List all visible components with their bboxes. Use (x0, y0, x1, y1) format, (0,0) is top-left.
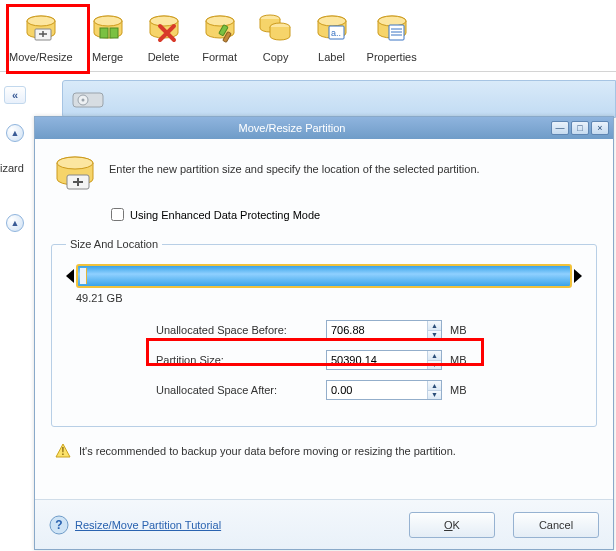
size-location-group: Size And Location 49.21 GB Unallocated S… (51, 238, 597, 427)
unalloc-after-label: Unallocated Space After: (156, 384, 326, 396)
db-copy-icon (255, 7, 297, 49)
toolbar-label: Label (318, 51, 345, 63)
collapse-sidebar-button[interactable]: « (4, 86, 26, 104)
toolbar-move-resize[interactable]: Move/Resize (2, 4, 80, 69)
svg-point-4 (94, 16, 122, 26)
partition-size-spinner: ▲ ▼ (326, 350, 442, 370)
sidebar-up-button[interactable]: ▲ (6, 124, 24, 142)
toolbar-merge[interactable]: Merge (80, 4, 136, 69)
svg-text:a..: a.. (331, 28, 341, 38)
enhanced-mode-label: Using Enhanced Data Protecting Mode (130, 209, 320, 221)
db-format-icon (199, 7, 241, 49)
tutorial-link[interactable]: Resize/Move Partition Tutorial (75, 519, 221, 531)
toolbar-format[interactable]: Format (192, 4, 248, 69)
partition-size-label: Partition Size: (156, 354, 326, 366)
toolbar-copy[interactable]: Copy (248, 4, 304, 69)
spin-up[interactable]: ▲ (428, 321, 441, 331)
svg-point-16 (318, 16, 346, 26)
spin-up[interactable]: ▲ (428, 351, 441, 361)
toolbar-label: Move/Resize (9, 51, 73, 63)
warning-row: ! It's recommended to backup your data b… (51, 443, 597, 459)
slider-unallocated-region (80, 268, 87, 284)
toolbar-label: Copy (263, 51, 289, 63)
help-icon: ? (49, 515, 69, 535)
partition-size-text: 49.21 GB (76, 292, 580, 304)
sidebar-up-button-2[interactable]: ▲ (6, 214, 24, 232)
dialog-footer: ? Resize/Move Partition Tutorial OK Canc… (35, 499, 613, 549)
db-merge-icon (87, 7, 129, 49)
spin-down[interactable]: ▼ (428, 361, 441, 370)
db-delete-icon (143, 7, 185, 49)
toolbar-label: Delete (148, 51, 180, 63)
unalloc-before-label: Unallocated Space Before: (156, 324, 326, 336)
toolbar-label: Merge (92, 51, 123, 63)
ok-button[interactable]: OK (409, 512, 495, 538)
toolbar-properties[interactable]: Properties (360, 4, 424, 69)
svg-point-1 (27, 16, 55, 26)
partition-size-input[interactable] (327, 351, 427, 369)
toolbar-delete[interactable]: Delete (136, 4, 192, 69)
sidebar: « ▲ izard ▲ (0, 86, 32, 232)
sidebar-wizard-label: izard (0, 162, 32, 174)
dialog-body: Enter the new partition size and specify… (35, 139, 613, 499)
disk-overview-strip[interactable] (62, 80, 616, 118)
field-partition-size: Partition Size: ▲ ▼ MB (66, 350, 582, 370)
toolbar-label: Format (202, 51, 237, 63)
svg-point-26 (57, 157, 93, 169)
unit-label: MB (450, 384, 474, 396)
svg-point-10 (206, 16, 234, 26)
minimize-button[interactable]: — (551, 121, 569, 135)
unalloc-before-spinner: ▲ ▼ (326, 320, 442, 340)
partition-slider[interactable] (76, 264, 572, 288)
unit-label: MB (450, 354, 474, 366)
slider-handle-left[interactable] (66, 269, 74, 283)
warning-icon: ! (55, 443, 71, 459)
field-unalloc-after: Unallocated Space After: ▲ ▼ MB (66, 380, 582, 400)
slider-handle-right[interactable] (574, 269, 582, 283)
close-button[interactable]: × (591, 121, 609, 135)
toolbar-label-cmd[interactable]: a.. Label (304, 4, 360, 69)
dialog-instruction: Enter the new partition size and specify… (109, 163, 480, 175)
db-label-icon: a.. (311, 7, 353, 49)
warning-text: It's recommended to backup your data bef… (79, 445, 456, 457)
unalloc-after-input[interactable] (327, 381, 427, 399)
size-location-legend: Size And Location (66, 238, 162, 250)
help-area: ? Resize/Move Partition Tutorial (49, 515, 391, 535)
svg-text:!: ! (61, 446, 64, 457)
svg-rect-6 (110, 28, 118, 38)
unit-label: MB (450, 324, 474, 336)
cancel-button[interactable]: Cancel (513, 512, 599, 538)
dialog-titlebar[interactable]: Move/Resize Partition — □ × (35, 117, 613, 139)
toolbar-label: Properties (367, 51, 417, 63)
svg-rect-5 (100, 28, 108, 38)
svg-point-24 (82, 99, 85, 102)
unalloc-before-input[interactable] (327, 321, 427, 339)
main-toolbar: Move/Resize Merge Delete Format Copy a..… (0, 0, 616, 72)
field-unalloc-before: Unallocated Space Before: ▲ ▼ MB (66, 320, 582, 340)
dialog-title: Move/Resize Partition (35, 122, 549, 134)
move-resize-dialog: Move/Resize Partition — □ × Enter the ne… (34, 116, 614, 550)
maximize-button[interactable]: □ (571, 121, 589, 135)
svg-text:?: ? (55, 518, 62, 532)
spin-down[interactable]: ▼ (428, 331, 441, 340)
partition-big-icon (51, 149, 99, 199)
spin-down[interactable]: ▼ (428, 391, 441, 400)
unalloc-after-spinner: ▲ ▼ (326, 380, 442, 400)
spin-up[interactable]: ▲ (428, 381, 441, 391)
db-properties-icon (371, 7, 413, 49)
enhanced-mode-checkbox[interactable] (111, 208, 124, 221)
db-move-resize-icon (20, 7, 62, 49)
hard-disk-icon (71, 87, 105, 111)
